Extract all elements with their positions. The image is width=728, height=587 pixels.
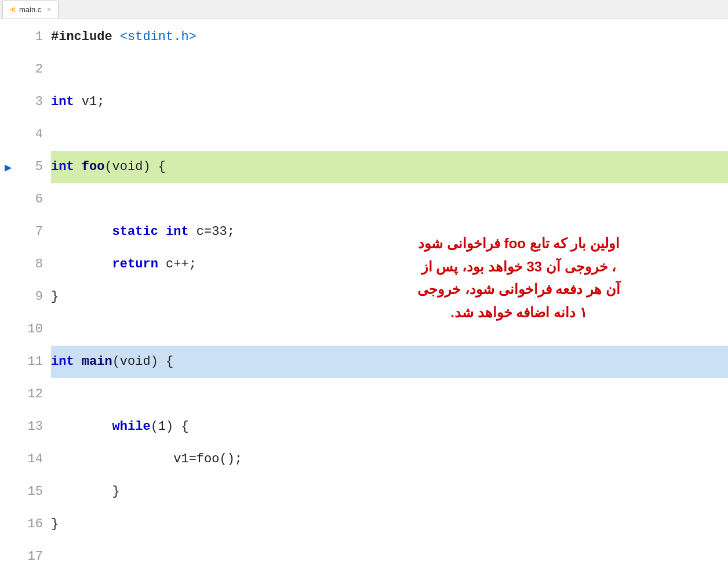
line-number-9: 9 xyxy=(16,281,51,313)
tab-bar: ·c main.c × xyxy=(0,0,728,19)
code-row-14: 14 v1=foo(); xyxy=(0,443,728,476)
code-row-12: 12 xyxy=(0,378,728,411)
line-number-7: 7 xyxy=(16,216,51,248)
code-token: main xyxy=(82,354,112,369)
line-number-1: 1 xyxy=(16,21,51,53)
code-line-15: } xyxy=(51,476,728,508)
code-token: c++; xyxy=(158,257,196,271)
code-token xyxy=(74,160,82,174)
code-row-3: 3int v1; xyxy=(0,86,728,118)
code-token: int xyxy=(51,160,74,174)
code-row-6: 6 xyxy=(0,183,728,216)
code-token: v1; xyxy=(74,95,105,109)
line-number-8: 8 xyxy=(16,248,51,281)
code-token: <stdint.h> xyxy=(120,30,196,44)
line-number-4: 4 xyxy=(16,118,51,151)
line-number-16: 16 xyxy=(16,508,51,541)
file-tab[interactable]: ·c main.c × xyxy=(2,1,59,18)
code-token: } xyxy=(51,484,120,499)
code-row-13: 13 while(1) { xyxy=(0,411,728,443)
code-token: } xyxy=(51,289,59,304)
line-number-3: 3 xyxy=(16,86,51,118)
code-token: foo xyxy=(82,160,105,174)
code-token: c=33; xyxy=(189,224,235,239)
annotation-overlay: اولین بار که تابع foo فراخوانی شود ، خرو… xyxy=(330,232,707,324)
line-number-6: 6 xyxy=(16,183,51,216)
code-token: static xyxy=(51,224,158,239)
code-row-11: 11int main(void) { xyxy=(0,346,728,378)
line-number-11: 11 xyxy=(16,346,51,378)
c-file-icon: ·c xyxy=(10,5,16,13)
tab-filename: main.c xyxy=(19,5,41,14)
code-token: (void) { xyxy=(112,354,174,369)
line-number-17: 17 xyxy=(16,541,51,573)
code-row-17: 17 xyxy=(0,541,728,573)
code-token: int xyxy=(51,354,74,369)
code-token: } xyxy=(51,517,59,531)
code-token: #include xyxy=(51,30,120,44)
annotation-line2: ، خروجی آن 33 خواهد بود، پس از xyxy=(330,255,707,278)
code-line-1: #include <stdint.h> xyxy=(51,21,728,53)
line-number-12: 12 xyxy=(16,378,51,411)
code-line-13: while(1) { xyxy=(51,411,728,443)
code-token: int xyxy=(51,95,74,109)
code-line-12 xyxy=(51,378,728,411)
line-number-14: 14 xyxy=(16,443,51,476)
code-line-14: v1=foo(); xyxy=(51,443,728,476)
code-line-3: int v1; xyxy=(51,86,728,118)
code-line-5: int foo(void) { xyxy=(51,151,728,183)
code-token: (void) { xyxy=(104,160,166,174)
code-line-16: } xyxy=(51,508,728,541)
annotation-line3: آن هر دفعه فراخوانی شود، خروجی xyxy=(330,278,707,301)
line-number-2: 2 xyxy=(16,53,51,86)
code-line-2 xyxy=(51,53,728,86)
code-row-2: 2 xyxy=(0,53,728,86)
arrow-col-5: ▶ xyxy=(0,160,16,175)
code-token xyxy=(158,224,166,239)
code-line-17 xyxy=(51,541,728,573)
code-token: while xyxy=(51,419,151,434)
line-number-10: 10 xyxy=(16,313,51,346)
code-token xyxy=(74,354,82,369)
code-line-6 xyxy=(51,183,728,216)
code-token: (1) { xyxy=(151,419,189,434)
annotation-line1: اولین بار که تابع foo فراخوانی شود xyxy=(330,232,707,255)
code-row-1: 1#include <stdint.h> xyxy=(0,21,728,53)
code-row-4: 4 xyxy=(0,118,728,151)
annotation-line4: ۱ دانه اضافه خواهد شد. xyxy=(330,301,707,324)
code-row-16: 16} xyxy=(0,508,728,541)
tab-close-button[interactable]: × xyxy=(47,6,50,13)
line-number-5: 5 xyxy=(16,151,51,183)
code-token: int xyxy=(166,224,189,239)
code-line-11: int main(void) { xyxy=(51,346,728,378)
line-number-13: 13 xyxy=(16,411,51,443)
code-row-15: 15 } xyxy=(0,476,728,508)
code-token: v1=foo(); xyxy=(51,452,242,466)
code-row-5: ▶5int foo(void) { xyxy=(0,151,728,183)
line-number-15: 15 xyxy=(16,476,51,508)
code-token: return xyxy=(51,257,158,271)
code-line-4 xyxy=(51,118,728,151)
